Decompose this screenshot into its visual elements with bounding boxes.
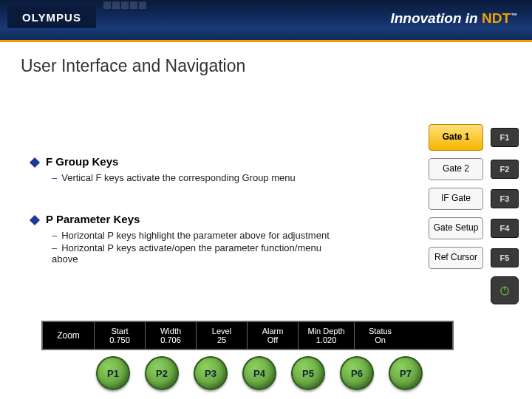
tab-row-gatesetup: Gate Setup F4 — [429, 217, 519, 239]
tagline-ndt: NDT — [482, 10, 511, 26]
power-button[interactable] — [491, 276, 519, 304]
tab-row-refcursor: Ref Cursor F5 — [429, 247, 519, 269]
tab-ref-cursor[interactable]: Ref Cursor — [429, 247, 483, 269]
tab-row-ifgate: IF Gate F3 — [429, 188, 519, 210]
dash-icon: – — [52, 230, 57, 241]
param-start[interactable]: Start0.750 — [95, 322, 146, 349]
tab-row-gate1: Gate 1 F1 — [429, 124, 519, 151]
bullet-heading: P Parameter Keys — [46, 213, 140, 225]
sub-bullet: –Horizontal P keys activate/open the par… — [52, 242, 341, 265]
param-min-depth[interactable]: Min Depth1.020 — [299, 322, 355, 349]
tab-gate-1[interactable]: Gate 1 — [429, 124, 483, 151]
param-alarm[interactable]: AlarmOff — [248, 322, 299, 349]
p7-button[interactable]: P7 — [389, 356, 423, 390]
p6-button[interactable]: P6 — [340, 356, 374, 390]
f1-key[interactable]: F1 — [491, 128, 519, 147]
tab-row-gate2: Gate 2 F2 — [429, 158, 519, 180]
parameter-bar: Zoom Start0.750 Width0.706 Level25 Alarm… — [41, 321, 454, 350]
p1-button[interactable]: P1 — [96, 356, 130, 390]
p4-button[interactable]: P4 — [242, 356, 276, 390]
tab-gate-setup[interactable]: Gate Setup — [429, 217, 483, 239]
body-text: F Group Keys –Vertical F keys activate t… — [31, 155, 341, 266]
tagline-prefix: Innovation in — [390, 10, 482, 26]
header-banner: OLYMPUS Innovation in NDT™ — [0, 0, 532, 40]
p3-button[interactable]: P3 — [194, 356, 228, 390]
sub-bullet: –Horizontal P keys highlight the paramet… — [52, 230, 341, 241]
param-zoom[interactable]: Zoom — [43, 322, 95, 349]
bullet-p-param: P Parameter Keys — [31, 213, 341, 225]
decorative-squares — [103, 1, 148, 9]
param-width[interactable]: Width0.706 — [146, 322, 197, 349]
param-level[interactable]: Level25 — [197, 322, 248, 349]
param-status[interactable]: StatusOn — [355, 322, 406, 349]
tagline: Innovation in NDT™ — [390, 10, 517, 27]
bullet-f-group: F Group Keys — [31, 155, 341, 168]
p2-button[interactable]: P2 — [145, 356, 179, 390]
trademark: ™ — [511, 12, 517, 19]
f4-key[interactable]: F4 — [491, 219, 519, 238]
power-icon — [498, 284, 511, 297]
tab-gate-2[interactable]: Gate 2 — [429, 158, 483, 180]
p5-button[interactable]: P5 — [291, 356, 325, 390]
f2-key[interactable]: F2 — [491, 160, 519, 179]
slide-title: User Interface and Navigation — [0, 40, 532, 76]
tab-if-gate[interactable]: IF Gate — [429, 188, 483, 210]
f5-key[interactable]: F5 — [491, 248, 519, 267]
f3-key[interactable]: F3 — [491, 189, 519, 208]
dash-icon: – — [52, 242, 57, 253]
bullet-heading: F Group Keys — [46, 155, 118, 168]
dash-icon: – — [52, 172, 57, 183]
brand-logo: OLYMPUS — [7, 6, 96, 28]
diamond-bullet-icon — [30, 215, 40, 225]
p-button-row: P1 P2 P3 P4 P5 P6 P7 — [96, 356, 423, 390]
f-key-column: Gate 1 F1 Gate 2 F2 IF Gate F3 Gate Setu… — [429, 124, 519, 304]
sub-bullet: –Vertical F keys activate the correspond… — [52, 172, 341, 183]
diamond-bullet-icon — [30, 157, 40, 168]
